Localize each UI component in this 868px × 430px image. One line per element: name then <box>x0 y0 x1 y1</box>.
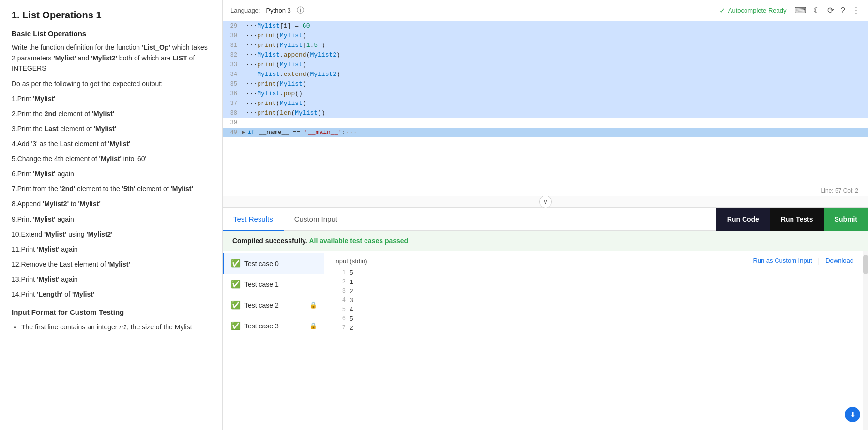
moon-icon[interactable]: ☾ <box>813 5 821 15</box>
left-panel: 1. List Operations 1 Basic List Operatio… <box>0 0 223 430</box>
code-line-40: 40 ▶ if __name__ == '__main__':··· <box>223 128 868 137</box>
run-code-button[interactable]: Run Code <box>716 208 770 231</box>
top-bar: Language: Python 3 ⓘ ✓ Autocomplete Read… <box>223 0 868 21</box>
test-case-list: ✅ Test case 0 ✅ Test case 1 ✅ Test case … <box>223 251 324 430</box>
stdin-value-4: 3 <box>350 296 853 305</box>
stdin-value-3: 2 <box>350 287 853 296</box>
collapse-handle[interactable]: ∨ <box>223 196 868 208</box>
code-editor[interactable]: 29 ····Mylist[i] = 60 30 ····print(Mylis… <box>223 21 868 196</box>
check-icon-3: ✅ <box>231 321 241 330</box>
action-buttons: Run Code Run Tests Submit <box>716 208 868 230</box>
tabs: Test Results Custom Input <box>223 208 348 230</box>
top-bar-icons: ⌨ ☾ ⟳ ? ⋮ <box>794 5 860 15</box>
code-line-39: 39 <box>223 118 868 128</box>
stdin-row-7: 7 2 <box>334 324 853 333</box>
test-detail-scrollbar-thumb <box>863 255 868 274</box>
stdin-value-6: 5 <box>350 314 853 324</box>
success-banner: Compiled successfully. All available tes… <box>223 231 868 251</box>
language-value: Python 3 <box>266 7 290 14</box>
stdin-line-num-4: 4 <box>334 296 350 305</box>
tab-action-bar: Test Results Custom Input Run Code Run T… <box>223 208 868 231</box>
right-panel: Language: Python 3 ⓘ ✓ Autocomplete Read… <box>223 0 868 430</box>
stdin-row-2: 2 1 <box>334 278 853 287</box>
check-icon-0: ✅ <box>231 259 241 268</box>
code-line-35: 35 ····print(Mylist) <box>223 79 868 89</box>
code-line-29: 29 ····Mylist[i] = 60 <box>223 21 868 31</box>
stdin-value-7: 2 <box>350 324 853 333</box>
func-name: 'List_Op' <box>142 44 170 51</box>
lock-icon-3: 🔒 <box>309 322 317 329</box>
all-passed-text: All available test cases passed <box>309 237 408 245</box>
stdin-value-2: 1 <box>350 278 853 287</box>
submit-button[interactable]: Submit <box>824 208 868 231</box>
stdin-line-num-2: 2 <box>334 278 350 287</box>
stdin-line-num-6: 6 <box>334 314 350 324</box>
test-case-item-1[interactable]: ✅ Test case 1 <box>223 274 324 295</box>
param-type: LIST <box>172 54 187 62</box>
autocomplete-badge: ✓ Autocomplete Ready <box>719 6 787 15</box>
task-list: 1.Print 'Mylist' 2.Print the 2nd element… <box>12 93 211 300</box>
help-icon[interactable]: ? <box>841 6 845 15</box>
stdin-row-4: 4 3 <box>334 296 853 305</box>
stdin-value-5: 4 <box>350 305 853 314</box>
stdin-actions: Run as Custom Input | Download <box>753 257 853 265</box>
autocomplete-label: Autocomplete Ready <box>728 7 787 14</box>
stdin-table: 1 5 2 1 3 2 4 <box>334 268 853 333</box>
stdin-row-6: 6 5 <box>334 314 853 324</box>
run-tests-button[interactable]: Run Tests <box>770 208 824 231</box>
language-label: Language: <box>230 7 260 14</box>
description-paragraph: Write the function definition for the fu… <box>12 43 211 74</box>
test-case-label-2: Test case 2 <box>244 301 305 309</box>
check-icon-2: ✅ <box>231 300 241 310</box>
code-lines: 29 ····Mylist[i] = 60 30 ····print(Mylis… <box>223 21 868 137</box>
top-bar-right: ✓ Autocomplete Ready ⌨ ☾ ⟳ ? ⋮ <box>719 5 860 15</box>
lock-icon-2: 🔒 <box>309 301 317 309</box>
stdin-row-1: 1 5 <box>334 268 853 278</box>
stdin-label: Input (stdin) <box>334 257 367 265</box>
line-col-info: Line: 57 Col: 2 <box>821 187 858 194</box>
param2: 'Mylist2' <box>91 54 117 62</box>
test-case-item-0[interactable]: ✅ Test case 0 <box>223 253 324 274</box>
test-case-item-2[interactable]: ✅ Test case 2 🔒 <box>223 295 324 315</box>
stdin-row-5: 5 4 <box>334 305 853 314</box>
test-case-item-3[interactable]: ✅ Test case 3 🔒 <box>223 315 324 336</box>
info-icon[interactable]: ⓘ <box>297 6 304 15</box>
bottom-panel: Test Results Custom Input Run Code Run T… <box>223 208 868 430</box>
run-as-custom-input-link[interactable]: Run as Custom Input <box>753 257 812 265</box>
code-line-34: 34 ····Mylist.extend(Mylist2) <box>223 70 868 79</box>
check-icon-1: ✅ <box>231 280 241 289</box>
problem-subtitle: Basic List Operations <box>12 30 211 38</box>
instructions-label: Do as per the following to get the expec… <box>12 79 211 89</box>
history-icon[interactable]: ⟳ <box>827 5 834 15</box>
more-icon[interactable]: ⋮ <box>852 5 860 15</box>
download-fab-button[interactable]: ⬇ <box>845 407 860 422</box>
code-line-31: 31 ····print(Mylist[1:5]) <box>223 41 868 50</box>
test-case-label-0: Test case 0 <box>244 260 317 267</box>
test-results-content: Compiled successfully. All available tes… <box>223 231 868 430</box>
stdin-line-num-3: 3 <box>334 287 350 296</box>
collapse-circle-icon: ∨ <box>539 195 552 208</box>
test-cases-layout: ✅ Test case 0 ✅ Test case 1 ✅ Test case … <box>223 251 868 430</box>
test-case-label-1: Test case 1 <box>244 281 317 288</box>
stdin-header: Input (stdin) Run as Custom Input | Down… <box>334 257 853 265</box>
input-format-list: The first line contains an integer n1, t… <box>12 322 211 333</box>
test-detail-panel: Input (stdin) Run as Custom Input | Down… <box>324 251 863 430</box>
stdin-line-num-7: 7 <box>334 324 350 333</box>
code-line-37: 37 ····print(Mylist) <box>223 99 868 108</box>
code-line-38: 38 ····print(len(Mylist)) <box>223 108 868 118</box>
problem-title: 1. List Operations 1 <box>12 10 211 21</box>
stdin-line-num-1: 1 <box>334 268 350 278</box>
code-line-30: 30 ····print(Mylist) <box>223 31 868 41</box>
tab-custom-input[interactable]: Custom Input <box>284 208 348 231</box>
download-link[interactable]: Download <box>825 257 853 265</box>
fold-icon: ▶ <box>242 128 247 137</box>
stdin-line-num-5: 5 <box>334 305 350 314</box>
test-case-label-3: Test case 3 <box>244 322 305 330</box>
compiled-text: Compiled successfully. <box>232 237 307 245</box>
tab-test-results[interactable]: Test Results <box>223 208 284 231</box>
keyboard-icon[interactable]: ⌨ <box>794 5 807 15</box>
test-detail-scrollbar[interactable] <box>863 251 868 430</box>
code-line-32: 32 ····Mylist.append(Mylist2) <box>223 50 868 60</box>
autocomplete-check-icon: ✓ <box>719 6 726 15</box>
stdin-row-3: 3 2 <box>334 287 853 296</box>
